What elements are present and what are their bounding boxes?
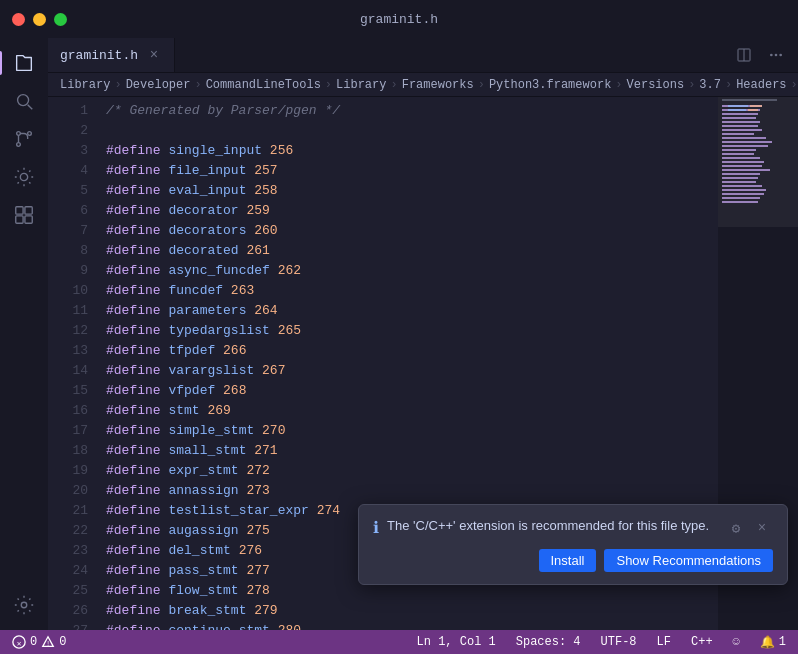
svg-point-13 <box>770 54 773 57</box>
svg-point-4 <box>17 143 21 147</box>
maximize-button[interactable] <box>54 13 67 26</box>
notification-popup: ℹ The 'C/C++' extension is recommended f… <box>358 504 788 585</box>
show-recommendations-button[interactable]: Show Recommendations <box>604 549 773 572</box>
eol-status[interactable]: LF <box>653 635 675 649</box>
code-line: #define stmt 269 <box>106 401 718 421</box>
editor-area: graminit.h × Library › <box>48 38 798 630</box>
status-right: Ln 1, Col 1 Spaces: 4 UTF-8 LF C++ ☺ 🔔 1 <box>413 635 790 650</box>
code-line: #define vfpdef 268 <box>106 381 718 401</box>
notification-gear-button[interactable]: ⚙ <box>725 517 747 539</box>
window-controls <box>12 13 67 26</box>
tab-close-button[interactable]: × <box>146 47 162 63</box>
svg-point-2 <box>17 132 21 136</box>
tab-bar: graminit.h × <box>48 38 798 73</box>
error-count: 0 <box>30 635 37 649</box>
sidebar-item-extensions[interactable] <box>7 198 41 232</box>
language-status[interactable]: C++ <box>687 635 717 649</box>
code-line: #define tfpdef 266 <box>106 341 718 361</box>
split-editor-button[interactable] <box>730 41 758 69</box>
line-number: 20 <box>48 481 88 501</box>
line-number: 3 <box>48 141 88 161</box>
warning-icon: ! <box>41 635 55 649</box>
install-button[interactable]: Install <box>539 549 597 572</box>
svg-point-5 <box>20 173 27 180</box>
minimize-button[interactable] <box>33 13 46 26</box>
code-line: #define break_stmt 279 <box>106 601 718 621</box>
status-bar: ✕ 0 ! 0 Ln 1, Col 1 Spaces: 4 UTF-8 LF C… <box>0 630 798 654</box>
code-line: /* Generated by Parser/pgen */ <box>106 101 718 121</box>
line-number: 17 <box>48 421 88 441</box>
main-layout: graminit.h × Library › <box>0 38 798 630</box>
code-line: #define async_funcdef 262 <box>106 261 718 281</box>
tab-graminit[interactable]: graminit.h × <box>48 38 175 72</box>
svg-point-15 <box>779 54 782 57</box>
activity-bar <box>0 38 48 630</box>
activity-bar-bottom <box>7 588 41 630</box>
warning-count: 0 <box>59 635 66 649</box>
line-number: 6 <box>48 201 88 221</box>
line-number: 8 <box>48 241 88 261</box>
line-number: 24 <box>48 561 88 581</box>
code-line: #define single_input 256 <box>106 141 718 161</box>
code-line: #define expr_stmt 272 <box>106 461 718 481</box>
notifications-bell[interactable]: 🔔 1 <box>756 635 790 650</box>
line-number: 10 <box>48 281 88 301</box>
code-line: #define annassign 273 <box>106 481 718 501</box>
sidebar-item-source-control[interactable] <box>7 122 41 156</box>
code-line: #define continue_stmt 280 <box>106 621 718 630</box>
code-line: #define eval_input 258 <box>106 181 718 201</box>
svg-point-3 <box>28 132 32 136</box>
code-line <box>106 121 718 141</box>
cursor-position-status[interactable]: Ln 1, Col 1 <box>413 635 500 649</box>
status-left: ✕ 0 ! 0 <box>8 635 70 649</box>
encoding-status[interactable]: UTF-8 <box>597 635 641 649</box>
line-number: 5 <box>48 181 88 201</box>
sidebar-item-files[interactable] <box>7 46 41 80</box>
notification-header: ℹ The 'C/C++' extension is recommended f… <box>373 517 773 539</box>
code-line: #define decorated 261 <box>106 241 718 261</box>
svg-rect-7 <box>25 207 32 214</box>
svg-line-1 <box>28 105 33 110</box>
window-title: graminit.h <box>360 12 438 27</box>
line-number: 21 <box>48 501 88 521</box>
svg-point-14 <box>775 54 778 57</box>
svg-point-10 <box>21 602 27 608</box>
sidebar-item-debug[interactable] <box>7 160 41 194</box>
spaces-status[interactable]: Spaces: 4 <box>512 635 585 649</box>
line-number: 11 <box>48 301 88 321</box>
code-line: #define small_stmt 271 <box>106 441 718 461</box>
svg-rect-8 <box>16 216 23 223</box>
code-line: #define file_input 257 <box>106 161 718 181</box>
editor-content[interactable]: 1234567891011121314151617181920212223242… <box>48 97 798 630</box>
code-line: #define parameters 264 <box>106 301 718 321</box>
sidebar-item-settings[interactable] <box>7 588 41 622</box>
line-number: 19 <box>48 461 88 481</box>
line-number: 12 <box>48 321 88 341</box>
code-line: #define varargslist 267 <box>106 361 718 381</box>
line-number: 4 <box>48 161 88 181</box>
errors-status[interactable]: ✕ 0 ! 0 <box>8 635 70 649</box>
code-line: #define typedargslist 265 <box>106 321 718 341</box>
code-line: #define decorator 259 <box>106 201 718 221</box>
error-icon: ✕ <box>12 635 26 649</box>
code-line: #define decorators 260 <box>106 221 718 241</box>
tab-actions <box>730 38 798 72</box>
more-actions-button[interactable] <box>762 41 790 69</box>
close-button[interactable] <box>12 13 25 26</box>
line-number: 26 <box>48 601 88 621</box>
code-line: #define simple_stmt 270 <box>106 421 718 441</box>
line-number: 13 <box>48 341 88 361</box>
line-number: 9 <box>48 261 88 281</box>
line-number: 1 <box>48 101 88 121</box>
notification-close-button[interactable]: × <box>751 517 773 539</box>
line-numbers: 1234567891011121314151617181920212223242… <box>48 97 98 630</box>
smiley-icon[interactable]: ☺ <box>729 635 744 649</box>
line-number: 25 <box>48 581 88 601</box>
line-number: 27 <box>48 621 88 630</box>
notification-buttons: Install Show Recommendations <box>373 549 773 572</box>
line-number: 23 <box>48 541 88 561</box>
title-bar: graminit.h <box>0 0 798 38</box>
svg-rect-6 <box>16 207 23 214</box>
code-line: #define funcdef 263 <box>106 281 718 301</box>
sidebar-item-search[interactable] <box>7 84 41 118</box>
